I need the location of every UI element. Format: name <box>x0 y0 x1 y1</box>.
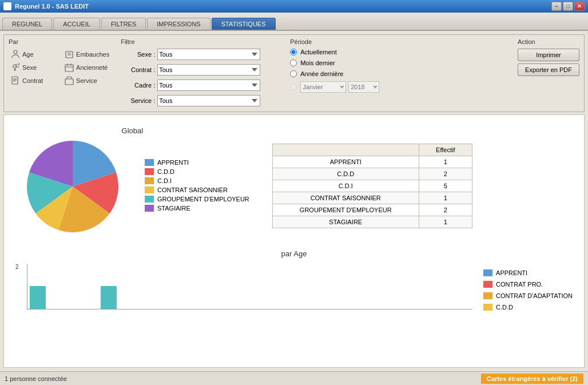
filtre-service-row: Service : Tous <box>121 95 281 106</box>
tab-filtres[interactable]: FILTRES <box>101 18 146 30</box>
par-contrat-label: Contrat <box>22 77 43 84</box>
table-row: C.D.I 5 <box>272 180 472 192</box>
periode-actuellement-row: Actuellement <box>290 49 393 55</box>
par-item-sexe[interactable]: Sexe <box>9 62 58 73</box>
periode-actuellement-label: Actuellement <box>300 49 337 55</box>
row-value: 2 <box>419 204 472 216</box>
bar-apprenti-color <box>483 269 492 276</box>
periode-title: Période <box>290 38 393 45</box>
periode-selects: JanvierFévrierMars AvrilMaiJuin 20182017… <box>300 81 379 93</box>
close-button[interactable]: ✕ <box>574 2 585 11</box>
global-left: Global <box>15 126 249 232</box>
par-item-embauches[interactable]: Embauches <box>62 49 112 60</box>
stats-table: Effectif APPRENTI 1 C.D.D 2 C. <box>272 144 472 228</box>
tab-statistiques[interactable]: STATISTIQUES <box>212 18 276 30</box>
periode-custom-row: JanvierFévrierMars AvrilMaiJuin 20182017… <box>290 81 393 93</box>
row-label: CONTRAT SAISONNIER <box>272 192 419 204</box>
periode-mois-label: Mois dernier <box>300 59 335 66</box>
action-title: Action <box>518 38 579 45</box>
bar-legend-cdd: C.D.D <box>483 304 573 311</box>
table-row: C.D.D 2 <box>272 168 472 180</box>
alert-button[interactable]: Cartes étrangères à vérifier (2) <box>481 374 583 384</box>
mois-select[interactable]: JanvierFévrierMars AvrilMaiJuin <box>300 81 346 93</box>
periode-annee-row: Année dernière <box>290 70 393 77</box>
legend-stagiaire: STAGIAIRE <box>145 205 249 212</box>
top-panel: Par Age Embauches <box>3 34 585 112</box>
filtre-contrat-label: Contrat : <box>121 66 155 73</box>
legend-saisonnier: CONTRAT SAISONNIER <box>145 186 249 193</box>
filtre-service-label: Service : <box>121 97 155 104</box>
bar-chart-wrapper: 2 <box>15 264 472 313</box>
legend-cdi-label: C.D.I <box>157 177 172 184</box>
periode-annee-label: Année dernière <box>300 70 343 77</box>
filtre-sexe-label: Sexe : <box>121 51 155 58</box>
pie-chart <box>15 141 130 232</box>
radio-actuellement[interactable] <box>290 49 297 55</box>
row-label: C.D.D <box>272 168 419 180</box>
par-item-age[interactable]: Age <box>9 49 58 60</box>
cdi-color <box>145 177 154 184</box>
svg-point-4 <box>13 65 17 68</box>
radio-mois[interactable] <box>290 59 297 66</box>
window-controls: − □ ✕ <box>551 2 585 11</box>
par-item-contrat[interactable]: Contrat <box>9 75 58 86</box>
legend-groupement: GROUPEMENT D'EMPLOYEUR <box>145 196 249 203</box>
sexe-icon <box>11 63 20 72</box>
tab-impressions[interactable]: IMPRESSIONS <box>147 18 210 30</box>
contrat-icon <box>11 76 20 85</box>
periode-mois-row: Mois dernier <box>290 59 393 66</box>
par-section: Par Age Embauches <box>9 38 112 108</box>
par-item-service[interactable]: Service <box>62 75 112 86</box>
main-content: Par Age Embauches <box>0 31 588 371</box>
bar-chart-area: 2 <box>15 264 573 313</box>
bar-legend-contratpro: CONTRAT PRO. <box>483 281 573 288</box>
filtre-section: Filtre Sexe : Tous Homme Femme Contrat :… <box>121 38 281 108</box>
radio-custom[interactable] <box>290 84 297 90</box>
legend-cdd: C.D.D <box>145 168 249 175</box>
bar-legend-cdd-label: C.D.D <box>496 304 513 311</box>
legend-stagiaire-label: STAGIAIRE <box>157 205 190 212</box>
par-item-anciennete[interactable]: Ancienneté <box>62 62 112 73</box>
row-value: 1 <box>419 216 472 228</box>
row-label: C.D.I <box>272 180 419 192</box>
row-value: 5 <box>419 180 472 192</box>
global-section: Global <box>10 121 578 238</box>
pie-legend: APPRENTI C.D.D C.D.I CONTRAT SAISON <box>145 159 249 214</box>
filtre-contrat-select[interactable]: Tous <box>157 64 260 76</box>
annee-select[interactable]: 201820172016 <box>348 81 379 93</box>
bar-col-1 <box>30 286 46 309</box>
status-bar: 1 personne connectée Cartes étrangères à… <box>0 371 588 385</box>
table-row: GROUPEMENT D'EMPLOYEUR 2 <box>272 204 472 216</box>
tab-regunel[interactable]: REGUNEL <box>2 18 52 30</box>
bar-col-4 <box>83 306 99 309</box>
tab-accueil[interactable]: ACCUEIL <box>53 18 100 30</box>
filtre-service-select[interactable]: Tous <box>157 95 260 106</box>
bar-contratpro-color <box>483 281 492 288</box>
bar-col-9 <box>172 306 188 309</box>
app-title: Regunel 1.0 - SAS LEDIT <box>15 3 89 10</box>
filtre-cadre-row: Cadre : Tous <box>121 80 281 91</box>
app-icon <box>3 2 11 10</box>
legend-apprenti-label: APPRENTI <box>157 159 189 166</box>
bar-section: par Age 2 <box>10 244 578 319</box>
legend-saisonnier-label: CONTRAT SAISONNIER <box>157 186 228 193</box>
bar-legend-contratpro-label: CONTRAT PRO. <box>496 281 543 288</box>
service-icon <box>65 76 74 85</box>
export-pdf-button[interactable]: Exporter en PDF <box>518 63 579 76</box>
menu-bar: REGUNEL ACCUEIL FILTRES IMPRESSIONS STAT… <box>0 13 588 31</box>
row-value: 1 <box>419 156 472 168</box>
filtre-cadre-select[interactable]: Tous <box>157 80 260 91</box>
bar-col-6 <box>118 306 134 309</box>
groupement-color <box>145 196 154 203</box>
imprimer-button[interactable]: Imprimer <box>518 49 579 61</box>
maximize-button[interactable]: □ <box>563 2 573 11</box>
embauches-icon <box>65 50 74 59</box>
global-title: Global <box>15 126 249 135</box>
minimize-button[interactable]: − <box>551 2 562 11</box>
radio-annee[interactable] <box>290 70 297 77</box>
row-label: APPRENTI <box>272 156 419 168</box>
cdd-color <box>145 168 154 175</box>
svg-rect-19 <box>65 79 73 85</box>
par-embauches-label: Embauches <box>76 51 109 58</box>
filtre-sexe-select[interactable]: Tous Homme Femme <box>157 49 260 60</box>
